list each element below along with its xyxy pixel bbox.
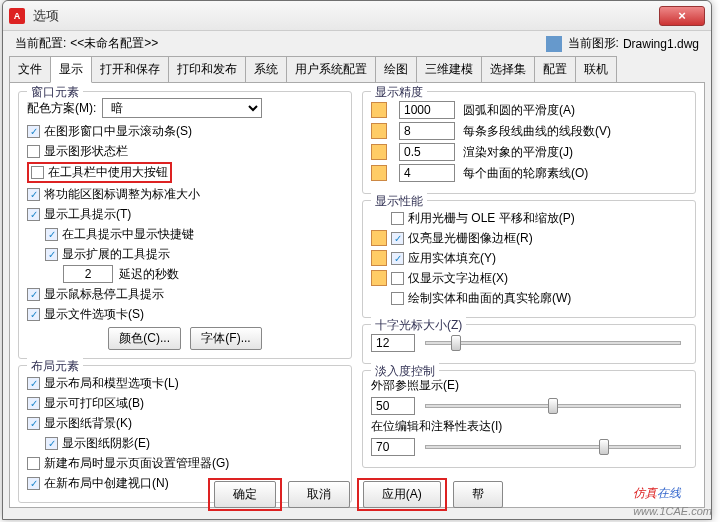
perf-row: 绘制实体和曲面的真实轮廓(W) (371, 289, 687, 307)
colors-button[interactable]: 颜色(C)... (108, 327, 181, 350)
window-elements-group: 窗口元素 配色方案(M): 暗 在图形窗口中显示滚动条(S)显示图形状态栏在工具… (18, 91, 352, 359)
tab-5[interactable]: 用户系统配置 (286, 56, 376, 82)
checkbox-label: 显示鼠标悬停工具提示 (44, 286, 164, 303)
checkbox[interactable] (27, 208, 40, 221)
checkbox-label: 在工具栏中使用大按钮 (48, 164, 168, 181)
options-dialog: A 选项 × 当前配置: <<未命名配置>> 当前图形: Drawing1.dw… (2, 0, 712, 520)
checkbox-label: 显示图纸阴影(E) (62, 435, 150, 452)
checkbox[interactable] (45, 228, 58, 241)
crosshair-size-group: 十字光标大小(Z) (362, 324, 696, 364)
option-row: 显示图纸阴影(E) (27, 434, 343, 452)
precision-input[interactable] (399, 122, 455, 140)
tab-8[interactable]: 选择集 (481, 56, 535, 82)
checkbox[interactable] (27, 377, 40, 390)
group-title: 窗口元素 (27, 84, 83, 101)
checkbox[interactable] (27, 457, 40, 470)
option-row: 显示可打印区域(B) (27, 394, 343, 412)
current-config-label: 当前配置: (15, 35, 66, 52)
group-title: 十字光标大小(Z) (371, 317, 466, 334)
display-performance-group: 显示性能 利用光栅与 OLE 平移和缩放(P)仅亮显光栅图像边框(R)应用实体填… (362, 200, 696, 318)
precision-input[interactable] (399, 164, 455, 182)
setting-icon (371, 123, 387, 139)
checkbox[interactable] (391, 272, 404, 285)
cancel-button[interactable]: 取消 (288, 481, 350, 508)
checkbox[interactable] (27, 288, 40, 301)
tab-4[interactable]: 系统 (245, 56, 287, 82)
inplace-edit-input[interactable] (371, 438, 415, 456)
checkbox-label: 显示图形状态栏 (44, 143, 128, 160)
left-column: 窗口元素 配色方案(M): 暗 在图形窗口中显示滚动条(S)显示图形状态栏在工具… (18, 91, 352, 499)
setting-icon (371, 144, 387, 160)
checkbox-label: 在工具提示中显示快捷键 (62, 226, 194, 243)
delay-seconds-input[interactable] (63, 265, 113, 283)
precision-row: 圆弧和圆的平滑度(A) (371, 101, 687, 119)
xref-display-slider[interactable] (425, 404, 681, 408)
checkbox-label: 显示文件选项卡(S) (44, 306, 144, 323)
tab-0[interactable]: 文件 (9, 56, 51, 82)
checkbox[interactable] (391, 212, 404, 225)
close-button[interactable]: × (659, 6, 705, 26)
checkbox[interactable] (391, 252, 404, 265)
titlebar[interactable]: A 选项 × (3, 1, 711, 31)
dialog-footer: 确定 取消 应用(A) 帮 (3, 478, 711, 511)
checkbox[interactable] (27, 125, 40, 138)
apply-button[interactable]: 应用(A) (363, 481, 441, 508)
checkbox[interactable] (45, 437, 58, 450)
checkbox-label: 利用光栅与 OLE 平移和缩放(P) (408, 210, 575, 227)
checkbox-label: 显示图纸背景(K) (44, 415, 132, 432)
option-row: 在工具栏中使用大按钮 (27, 162, 343, 183)
checkbox-label: 将功能区图标调整为标准大小 (44, 186, 200, 203)
setting-icon (371, 270, 387, 286)
color-scheme-select[interactable]: 暗 (102, 98, 262, 118)
setting-icon (371, 102, 387, 118)
setting-icon (371, 165, 387, 181)
precision-row: 每个曲面的轮廓素线(O) (371, 164, 687, 182)
checkbox-label: 仅显示文字边框(X) (408, 270, 508, 287)
checkbox[interactable] (27, 397, 40, 410)
tab-2[interactable]: 打开和保存 (91, 56, 169, 82)
option-row: 在工具提示中显示快捷键 (27, 225, 343, 243)
checkbox[interactable] (27, 308, 40, 321)
precision-label: 每条多段线曲线的线段数(V) (463, 123, 611, 140)
app-icon: A (9, 8, 25, 24)
tab-10[interactable]: 联机 (575, 56, 617, 82)
tab-3[interactable]: 打印和发布 (168, 56, 246, 82)
help-button[interactable]: 帮 (453, 481, 503, 508)
precision-row: 每条多段线曲线的线段数(V) (371, 122, 687, 140)
tab-1[interactable]: 显示 (50, 56, 92, 83)
checkbox[interactable] (27, 417, 40, 430)
checkbox-label: 显示布局和模型选项卡(L) (44, 375, 179, 392)
ok-button[interactable]: 确定 (214, 481, 276, 508)
inplace-edit-slider[interactable] (425, 445, 681, 449)
perf-row: 仅亮显光栅图像边框(R) (371, 229, 687, 247)
setting-icon (371, 250, 387, 266)
option-row: 显示布局和模型选项卡(L) (27, 374, 343, 392)
precision-input[interactable] (399, 101, 455, 119)
checkbox[interactable] (391, 232, 404, 245)
tab-6[interactable]: 绘图 (375, 56, 417, 82)
xref-display-input[interactable] (371, 397, 415, 415)
right-column: 显示精度 圆弧和圆的平滑度(A)每条多段线曲线的线段数(V)渲染对象的平滑度(J… (362, 91, 696, 499)
group-title: 淡入度控制 (371, 363, 439, 380)
checkbox[interactable] (45, 248, 58, 261)
watermark: 仿真在线 www.1CAE.com (633, 484, 712, 518)
option-row: 显示图形状态栏 (27, 142, 343, 160)
inplace-edit-label: 在位编辑和注释性表达(I) (371, 418, 687, 435)
current-drawing-label: 当前图形: (568, 35, 619, 52)
crosshair-size-slider[interactable] (425, 341, 681, 345)
checkbox[interactable] (27, 188, 40, 201)
tab-9[interactable]: 配置 (534, 56, 576, 82)
checkbox[interactable] (27, 145, 40, 158)
checkbox-label: 显示可打印区域(B) (44, 395, 144, 412)
crosshair-size-input[interactable] (371, 334, 415, 352)
fonts-button[interactable]: 字体(F)... (190, 327, 261, 350)
color-scheme-label: 配色方案(M): (27, 100, 96, 117)
checkbox-label: 在图形窗口中显示滚动条(S) (44, 123, 192, 140)
precision-label: 圆弧和圆的平滑度(A) (463, 102, 575, 119)
tab-7[interactable]: 三维建模 (416, 56, 482, 82)
checkbox[interactable] (31, 166, 44, 179)
perf-row: 利用光栅与 OLE 平移和缩放(P) (371, 209, 687, 227)
perf-row: 应用实体填充(Y) (371, 249, 687, 267)
precision-input[interactable] (399, 143, 455, 161)
checkbox[interactable] (391, 292, 404, 305)
